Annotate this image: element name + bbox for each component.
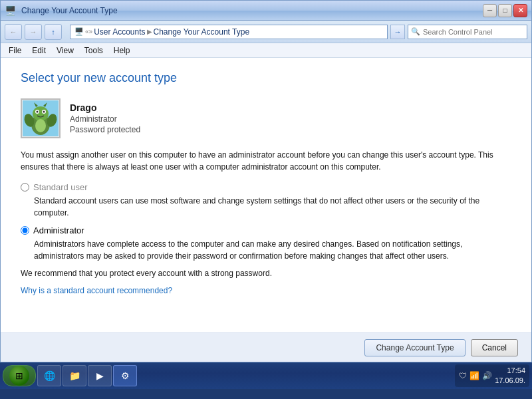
address-input[interactable]: 🖥️ «» User Accounts ▶ Change Your Accoun… (70, 25, 388, 39)
system-tray: 🛡 📶 🔊 17:54 17.06.09. (455, 364, 529, 387)
administrator-label[interactable]: Administrator (21, 225, 511, 235)
window-icon: 🖥️ (5, 5, 16, 16)
main-window: 🖥️ Change Your Account Type ─ □ ✕ ← → ↑ … (0, 0, 532, 362)
menu-edit[interactable]: Edit (27, 45, 51, 57)
cancel-button[interactable]: Cancel (471, 339, 518, 356)
user-info-section: Drago Administrator Password protected (21, 98, 511, 138)
avatar-svg (23, 100, 59, 136)
forward-button[interactable]: → (25, 24, 42, 40)
standard-user-label[interactable]: Standard user (21, 182, 511, 192)
taskbar-control-panel-button[interactable]: ⚙ (113, 365, 137, 386)
page-title: Select your new account type (21, 71, 511, 85)
breadcrumb-icon: 🖥️ (74, 27, 84, 36)
svg-point-11 (35, 119, 46, 132)
system-clock: 17:54 17.06.09. (495, 366, 525, 386)
close-button[interactable]: ✕ (513, 4, 527, 17)
standard-user-radio[interactable] (21, 183, 29, 192)
start-orb: ⊞ (9, 366, 29, 386)
taskbar-folder-button[interactable]: 📁 (63, 365, 86, 386)
menu-view[interactable]: View (51, 45, 79, 57)
breadcrumb-part2: Change Your Account Type (154, 27, 250, 37)
clock-time: 17:54 (495, 366, 525, 376)
breadcrumb-part1: User Accounts (94, 27, 145, 37)
user-status: Password protected (70, 125, 140, 134)
warning-text: You must assign another user on this com… (21, 149, 511, 173)
user-name: Drago (70, 102, 140, 113)
standard-user-desc: Standard account users can use most soft… (34, 195, 511, 219)
taskbar-media-button[interactable]: ▶ (88, 365, 112, 386)
breadcrumb: 🖥️ «» User Accounts ▶ Change Your Accoun… (74, 27, 249, 37)
back-button[interactable]: ← (5, 24, 22, 40)
administrator-desc: Administrators have complete access to t… (34, 238, 511, 262)
taskbar: ⊞ 🌐 📁 ▶ ⚙ 🛡 📶 🔊 17:54 17.06.09. (0, 362, 532, 389)
menu-bar: File Edit View Tools Help (1, 43, 531, 58)
administrator-radio[interactable] (21, 226, 29, 235)
minimize-button[interactable]: ─ (483, 4, 497, 17)
title-bar: 🖥️ Change Your Account Type ─ □ ✕ (1, 1, 531, 21)
clock-date: 17.06.09. (495, 376, 525, 386)
change-account-type-button[interactable]: Change Account Type (364, 339, 465, 356)
user-avatar (21, 98, 61, 138)
svg-point-6 (43, 111, 45, 113)
standard-user-option: Standard user Standard account users can… (21, 182, 511, 219)
network-icon: 📶 (469, 371, 479, 380)
breadcrumb-separator: ▶ (147, 28, 152, 35)
search-input[interactable] (423, 28, 524, 36)
title-bar-left: 🖥️ Change Your Account Type (5, 5, 483, 16)
maximize-button[interactable]: □ (498, 4, 512, 17)
search-icon: 🔍 (411, 27, 420, 36)
address-bar: ← → ↑ 🖥️ «» User Accounts ▶ Change Your … (1, 21, 531, 43)
antivirus-icon: 🛡 (459, 371, 467, 380)
main-content: Select your new account type (1, 58, 531, 332)
menu-tools[interactable]: Tools (79, 45, 108, 57)
recommendation-text: We recommend that you protect every acco… (21, 269, 511, 278)
svg-point-2 (33, 106, 49, 121)
user-details: Drago Administrator Password protected (70, 102, 140, 134)
svg-point-5 (37, 111, 39, 113)
button-bar: Change Account Type Cancel (1, 332, 531, 362)
window-controls: ─ □ ✕ (483, 4, 527, 17)
standard-user-title: Standard user (33, 182, 88, 192)
search-box[interactable]: 🔍 (408, 25, 527, 39)
user-role: Administrator (70, 114, 140, 124)
volume-icon: 🔊 (482, 371, 492, 380)
window-title: Change Your Account Type (21, 6, 118, 15)
administrator-option: Administrator Administrators have comple… (21, 225, 511, 262)
help-link[interactable]: Why is a standard account recommended? (21, 286, 172, 295)
menu-help[interactable]: Help (108, 45, 136, 57)
start-button[interactable]: ⊞ (3, 365, 36, 386)
menu-file[interactable]: File (3, 45, 27, 57)
up-button[interactable]: ↑ (45, 24, 62, 40)
address-go-button[interactable]: → (390, 25, 405, 39)
taskbar-ie-button[interactable]: 🌐 (37, 365, 61, 386)
administrator-title: Administrator (33, 225, 84, 235)
